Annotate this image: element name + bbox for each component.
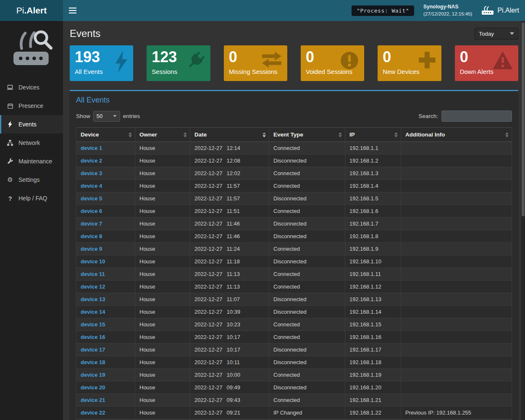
event-type-cell: IP Changed	[269, 407, 345, 419]
device-link[interactable]: device 16	[81, 334, 105, 340]
sidebar-item-events[interactable]: Events	[0, 115, 63, 134]
sidebar-item-label: Presence	[18, 102, 43, 109]
device-link[interactable]: device 4	[81, 183, 102, 189]
device-link[interactable]: device 18	[81, 359, 105, 365]
period-select[interactable]: Today	[475, 28, 518, 39]
vertical-scrollbar[interactable]	[521, 21, 525, 420]
device-link[interactable]: device 1	[81, 145, 102, 151]
additional-info-cell	[401, 331, 512, 344]
device-link[interactable]: device 8	[81, 233, 102, 239]
table-row: device 17 House 2022-12-2710:17 Disconne…	[76, 344, 512, 356]
sort-icon	[505, 132, 509, 137]
device-link[interactable]: device 12	[81, 284, 105, 290]
device-link[interactable]: device 5	[81, 195, 102, 202]
table-row: device 13 House 2022-12-2711:07 Disconne…	[76, 293, 512, 306]
device-link[interactable]: device 3	[81, 170, 102, 176]
card-down-alerts[interactable]: 0 Down Alerts	[455, 45, 518, 81]
owner-cell: House	[135, 369, 190, 381]
host-datetime: (27/12/2022, 12:15:45)	[423, 10, 472, 18]
device-link[interactable]: device 19	[81, 372, 105, 378]
sidebar-item-maintenance[interactable]: Maintenance	[0, 152, 63, 171]
column-header-event-type[interactable]: Event Type	[269, 128, 345, 142]
ip-cell: 192.168.1.15	[345, 318, 401, 331]
owner-cell: House	[135, 167, 190, 180]
additional-info-cell	[401, 218, 512, 230]
brand-logo[interactable]: Pi.Alert	[0, 0, 63, 21]
date-cell: 2022-12-2712:02	[190, 167, 269, 180]
table-row: device 3 House 2022-12-2712:02 Connected…	[76, 167, 512, 180]
table-row: device 11 House 2022-12-2711:13 Connecte…	[76, 268, 512, 281]
sidebar-item-help[interactable]: ? Help / FAQ	[0, 189, 63, 207]
column-header-owner[interactable]: Owner	[135, 128, 190, 142]
ip-cell: 192.168.1.6	[345, 205, 401, 218]
device-link[interactable]: device 2	[81, 158, 102, 164]
chevron-down-icon	[510, 32, 514, 35]
card-voided-sessions[interactable]: 0 Voided Sessions	[301, 45, 364, 81]
card-all-events[interactable]: 193 All Events	[70, 45, 133, 81]
event-type-cell: Connected	[269, 180, 345, 192]
sidebar-item-label: Devices	[18, 84, 39, 91]
column-header-date[interactable]: Date	[190, 128, 269, 142]
additional-info-cell	[401, 356, 512, 369]
card-new-devices[interactable]: 0 New Devices	[378, 45, 441, 81]
question-icon: ?	[6, 195, 14, 202]
owner-cell: House	[135, 281, 190, 293]
sidebar-item-network[interactable]: Network	[0, 134, 63, 152]
date-cell: 2022-12-2711:57	[190, 180, 269, 192]
owner-cell: House	[135, 306, 190, 318]
panel-title: All Events	[70, 91, 518, 108]
device-link[interactable]: device 14	[81, 309, 105, 315]
device-link[interactable]: device 13	[81, 296, 105, 302]
events-table-body: device 1 House 2022-12-2712:14 Connected…	[76, 142, 512, 420]
additional-info-cell	[401, 180, 512, 192]
exchange-arrows-icon	[261, 51, 282, 68]
device-link[interactable]: device 21	[81, 397, 105, 403]
table-row: device 18 House 2022-12-2710:11 Disconne…	[76, 356, 512, 369]
ip-cell: 192.168.1.13	[345, 293, 401, 306]
card-sessions[interactable]: 123 Sessions	[147, 45, 210, 81]
device-link[interactable]: device 7	[81, 220, 102, 227]
additional-info-cell	[401, 205, 512, 218]
additional-info-cell: Previous IP: 192.168.1.255	[401, 407, 512, 419]
sidebar-toggle-button[interactable]	[63, 0, 82, 21]
sidebar-item-presence[interactable]: Presence	[0, 97, 63, 115]
top-navbar: Pi.Alert "Process: Wait" Synology-NAS (2…	[0, 0, 525, 21]
device-link[interactable]: device 22	[81, 410, 105, 416]
device-link[interactable]: device 10	[81, 258, 105, 265]
sidebar-item-label: Network	[18, 139, 40, 146]
date-cell: 2022-12-2711:07	[190, 293, 269, 306]
additional-info-cell	[401, 369, 512, 381]
period-select-value: Today	[479, 31, 494, 37]
ip-cell: 192.168.1.21	[345, 394, 401, 407]
device-link[interactable]: device 17	[81, 346, 105, 353]
ip-cell: 192.168.1.22	[345, 407, 401, 419]
column-header-device[interactable]: Device	[76, 128, 135, 142]
owner-cell: House	[135, 180, 190, 192]
event-type-cell: Connected	[269, 318, 345, 331]
host-info: Synology-NAS (27/12/2022, 12:15:45)	[423, 3, 472, 18]
event-type-cell: Disconnected	[269, 255, 345, 268]
device-link[interactable]: device 9	[81, 246, 102, 252]
date-cell: 2022-12-2710:17	[190, 344, 269, 356]
event-type-cell: Disconnected	[269, 218, 345, 230]
additional-info-cell	[401, 155, 512, 167]
device-link[interactable]: device 11	[81, 271, 105, 277]
table-row: device 15 House 2022-12-2710:23 Connecte…	[76, 318, 512, 331]
navbar-app-brand[interactable]: Pi.Alert	[481, 6, 519, 15]
scrollbar-thumb[interactable]	[522, 22, 525, 216]
search-input[interactable]	[441, 110, 512, 122]
page-length-select[interactable]: 50	[93, 111, 120, 122]
device-link[interactable]: device 6	[81, 208, 102, 214]
additional-info-cell	[401, 167, 512, 180]
card-missing-sessions[interactable]: 0 Missing Sessions	[224, 45, 287, 81]
ip-cell: 192.168.1.14	[345, 306, 401, 318]
sidebar-item-devices[interactable]: Devices	[0, 78, 63, 97]
sidebar-item-settings[interactable]: ⚙ Settings	[0, 171, 63, 189]
column-header-ip[interactable]: IP	[345, 128, 401, 142]
device-link[interactable]: device 15	[81, 321, 105, 328]
page-length-value: 50	[97, 113, 102, 119]
additional-info-cell	[401, 230, 512, 243]
hamburger-icon	[69, 8, 76, 13]
column-header-additional-info[interactable]: Additional Info	[401, 128, 512, 142]
device-link[interactable]: device 20	[81, 384, 105, 391]
